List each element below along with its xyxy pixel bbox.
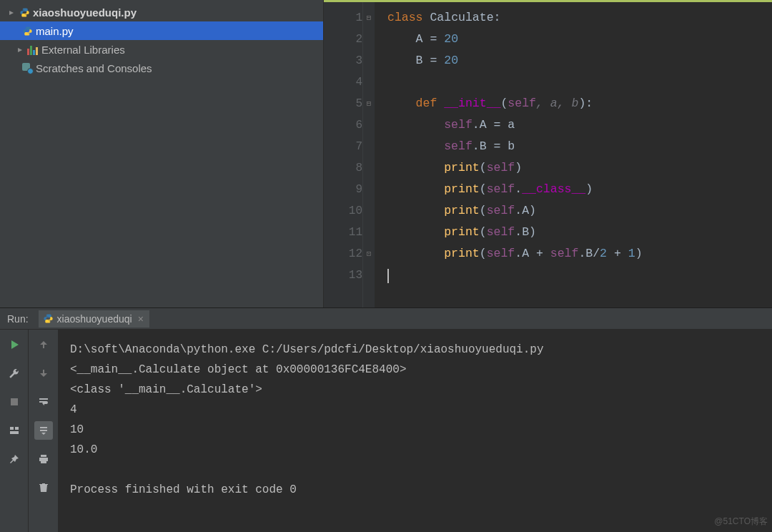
run-tab-label: xiaoshuoyueduqi xyxy=(57,313,132,325)
console-line: 10 xyxy=(70,423,84,436)
print-icon[interactable] xyxy=(34,450,53,468)
pin-icon[interactable] xyxy=(5,450,24,468)
watermark: @51CTO博客 xyxy=(714,516,768,528)
soft-wrap-icon[interactable] xyxy=(34,393,53,411)
project-tree[interactable]: ▸ xiaoshuoyueduqi.py main.py ▸ External … xyxy=(0,0,324,307)
console-line: 10.0 xyxy=(70,443,97,456)
layout-icon[interactable] xyxy=(5,421,24,440)
chevron-right-icon: ▸ xyxy=(16,44,24,54)
tree-label: main.py xyxy=(36,25,74,37)
trash-icon[interactable] xyxy=(34,478,53,497)
tree-row-main-py[interactable]: main.py xyxy=(0,21,323,40)
run-toolbar-primary xyxy=(0,330,29,532)
tree-label: Scratches and Consoles xyxy=(36,62,152,74)
python-file-icon xyxy=(19,6,30,18)
console-output[interactable]: D:\soft\Anaconda\python.exe C:/Users/pdc… xyxy=(59,330,772,532)
run-tab-bar[interactable]: Run: xiaoshuoyueduqi × xyxy=(0,308,772,330)
svg-rect-1 xyxy=(10,427,14,430)
python-file-icon xyxy=(43,313,54,325)
close-icon[interactable]: × xyxy=(138,313,144,325)
wrench-icon[interactable] xyxy=(5,364,24,383)
svg-rect-2 xyxy=(15,427,19,430)
gutter-fold-column[interactable]: ⊟ ⊟ ⊡ xyxy=(363,0,375,307)
tree-row-external-libraries[interactable]: ▸ External Libraries xyxy=(0,40,323,59)
scratches-icon xyxy=(21,62,33,74)
console-line: D:\soft\Anaconda\python.exe C:/Users/pdc… xyxy=(70,343,544,356)
down-arrow-icon[interactable] xyxy=(34,364,53,383)
up-arrow-icon[interactable] xyxy=(34,335,53,354)
run-tab[interactable]: xiaoshuoyueduqi × xyxy=(39,310,149,327)
tree-row-project-file[interactable]: ▸ xiaoshuoyueduqi.py xyxy=(0,3,323,21)
stop-button[interactable] xyxy=(5,393,24,411)
gutter-line-numbers: 1 2 3 4 5 6 7 8 9 10 11 12 13 xyxy=(324,0,363,307)
run-label: Run: xyxy=(7,313,29,325)
editor-selection-highlight xyxy=(324,0,772,2)
run-panel: Run: xiaoshuoyueduqi × xyxy=(0,307,772,532)
libraries-icon xyxy=(27,44,39,55)
tree-label: External Libraries xyxy=(41,44,125,56)
svg-rect-3 xyxy=(10,431,19,434)
editor-pane[interactable]: 1 2 3 4 5 6 7 8 9 10 11 12 13 ⊟ ⊟ ⊡ clas… xyxy=(324,0,772,307)
python-file-icon xyxy=(21,25,33,36)
tree-label: xiaoshuoyueduqi.py xyxy=(33,6,137,19)
tree-row-scratches[interactable]: Scratches and Consoles xyxy=(0,59,323,77)
run-toolbar-secondary xyxy=(29,330,59,532)
run-button[interactable] xyxy=(5,335,24,354)
console-line: <__main__.Calculate object at 0x00000136… xyxy=(70,363,406,376)
console-line: 4 xyxy=(70,403,77,416)
console-line: <class '__main__.Calculate'> xyxy=(70,383,262,396)
scroll-to-end-icon[interactable] xyxy=(34,421,53,440)
svg-rect-0 xyxy=(11,398,18,405)
console-line: Process finished with exit code 0 xyxy=(70,483,297,496)
code-area[interactable]: class Calculate: A = 20 B = 20 def __ini… xyxy=(375,0,772,307)
chevron-right-icon: ▸ xyxy=(7,7,16,17)
